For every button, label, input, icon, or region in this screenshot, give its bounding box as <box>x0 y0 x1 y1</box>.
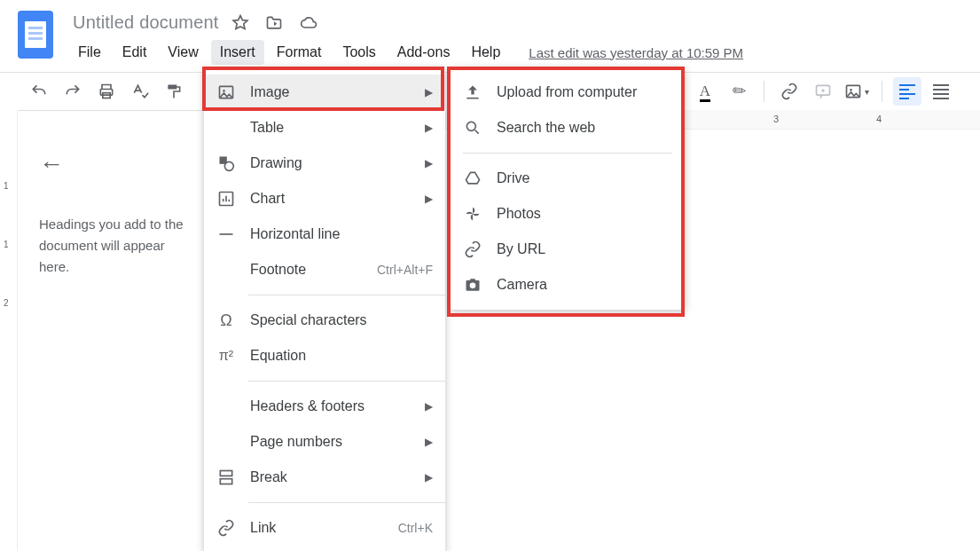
divider <box>463 153 672 153</box>
drawing-icon <box>216 154 236 172</box>
outline-panel: ← Headings you add to the document will … <box>18 110 204 551</box>
equation-icon: π² <box>216 348 236 364</box>
separator <box>882 81 882 102</box>
insert-image-item[interactable]: Image ▶ <box>204 75 445 110</box>
menu-help[interactable]: Help <box>462 40 509 65</box>
upload-icon <box>463 83 482 101</box>
ruler-number: 4 <box>876 114 882 124</box>
menu-tools[interactable]: Tools <box>333 40 384 65</box>
svg-point-6 <box>223 90 225 92</box>
divider <box>248 502 445 503</box>
add-comment-button[interactable] <box>809 77 837 106</box>
menu-label: Drawing <box>250 155 411 171</box>
align-justify-button[interactable] <box>927 77 955 106</box>
chevron-right-icon: ▶ <box>425 122 433 134</box>
last-edit-link[interactable]: Last edit was yesterday at 10:59 PM <box>529 45 743 60</box>
menu-label: Search the web <box>497 120 672 136</box>
menu-edit[interactable]: Edit <box>114 40 156 65</box>
menu-file[interactable]: File <box>69 40 110 65</box>
menu-label: Upload from computer <box>497 84 672 100</box>
svg-point-15 <box>470 283 476 289</box>
link-icon <box>216 519 236 537</box>
spellcheck-button[interactable] <box>126 77 154 106</box>
chevron-right-icon: ▶ <box>425 86 433 98</box>
insert-hline-item[interactable]: Horizontal line <box>204 216 445 252</box>
insert-link-item[interactable]: Link Ctrl+K <box>204 510 445 546</box>
paint-format-button[interactable] <box>160 77 188 106</box>
vertical-ruler: 1 1 2 <box>0 110 18 551</box>
svg-rect-11 <box>220 471 231 476</box>
menu-label: By URL <box>497 241 672 257</box>
cloud-status-icon[interactable] <box>299 14 318 32</box>
undo-button[interactable] <box>25 77 53 106</box>
insert-image-button[interactable]: ▾ <box>843 77 871 106</box>
menu-addons[interactable]: Add-ons <box>388 40 459 65</box>
image-drive-item[interactable]: Drive <box>451 161 685 196</box>
image-upload-item[interactable]: Upload from computer <box>451 75 685 110</box>
svg-point-4 <box>850 89 852 91</box>
chevron-right-icon: ▶ <box>425 157 433 169</box>
highlight-color-button[interactable]: ✎ <box>725 77 753 106</box>
insert-link-button[interactable] <box>775 77 804 106</box>
svg-rect-10 <box>220 233 233 235</box>
insert-table-item[interactable]: Table ▶ <box>204 110 445 146</box>
svg-rect-13 <box>466 98 478 99</box>
insert-equation-item[interactable]: π² Equation <box>204 338 445 374</box>
break-icon <box>216 468 236 486</box>
docs-logo[interactable] <box>18 11 53 59</box>
text-color-button[interactable]: A <box>691 77 719 106</box>
menu-format[interactable]: Format <box>268 40 331 65</box>
menu-label: Camera <box>497 277 672 293</box>
image-camera-item[interactable]: Camera <box>451 267 685 303</box>
insert-dropdown: Image ▶ Table ▶ Drawing ▶ Chart ▶ Horizo… <box>204 67 445 551</box>
insert-page-numbers-item[interactable]: Page numbers ▶ <box>204 424 445 460</box>
print-button[interactable] <box>92 77 121 106</box>
menu-label: Table <box>250 120 411 136</box>
search-icon <box>463 119 482 137</box>
outline-back-icon[interactable]: ← <box>39 150 186 178</box>
chevron-right-icon: ▶ <box>425 436 433 448</box>
insert-break-item[interactable]: Break ▶ <box>204 460 445 495</box>
link-icon <box>463 240 482 258</box>
horizontal-line-icon <box>216 225 236 243</box>
omega-icon: Ω <box>216 311 236 330</box>
insert-special-chars-item[interactable]: Ω Special characters <box>204 303 445 338</box>
align-left-button[interactable] <box>893 77 921 106</box>
menu-label: Footnote <box>250 262 363 278</box>
insert-headers-footers-item[interactable]: Headers & footers ▶ <box>204 389 445 424</box>
menubar: File Edit View Insert Format Tools Add-o… <box>62 35 973 72</box>
menu-label: Drive <box>497 170 672 186</box>
menu-label: Break <box>250 469 411 485</box>
image-search-web-item[interactable]: Search the web <box>451 110 685 146</box>
chevron-right-icon: ▶ <box>425 193 433 205</box>
menu-shortcut: Ctrl+Alt+F <box>377 263 433 277</box>
divider <box>248 295 445 295</box>
image-photos-item[interactable]: Photos <box>451 196 685 232</box>
chevron-right-icon: ▶ <box>425 400 433 413</box>
image-icon <box>216 83 236 101</box>
redo-button[interactable] <box>59 77 87 106</box>
ruler-number: 3 <box>773 114 779 124</box>
image-submenu: Upload from computer Search the web Driv… <box>451 67 685 310</box>
menu-label: Headers & footers <box>250 398 411 414</box>
move-icon[interactable] <box>265 14 283 32</box>
star-icon[interactable] <box>231 14 249 32</box>
menu-label: Chart <box>250 191 411 207</box>
menu-label: Equation <box>250 348 433 364</box>
menu-view[interactable]: View <box>159 40 207 65</box>
doc-title[interactable]: Untitled document <box>73 12 219 33</box>
svg-rect-12 <box>220 479 231 484</box>
svg-point-8 <box>224 161 233 170</box>
menu-insert[interactable]: Insert <box>211 40 264 65</box>
insert-chart-item[interactable]: Chart ▶ <box>204 181 445 216</box>
separator <box>764 81 764 102</box>
v-ruler-tick: 1 <box>4 240 17 249</box>
chart-icon <box>216 190 236 208</box>
insert-footnote-item[interactable]: Footnote Ctrl+Alt+F <box>204 252 445 287</box>
image-by-url-item[interactable]: By URL <box>451 232 685 267</box>
svg-point-14 <box>466 122 475 130</box>
menu-label: Image <box>250 84 411 100</box>
camera-icon <box>463 276 482 294</box>
divider <box>248 381 445 382</box>
insert-drawing-item[interactable]: Drawing ▶ <box>204 146 445 181</box>
